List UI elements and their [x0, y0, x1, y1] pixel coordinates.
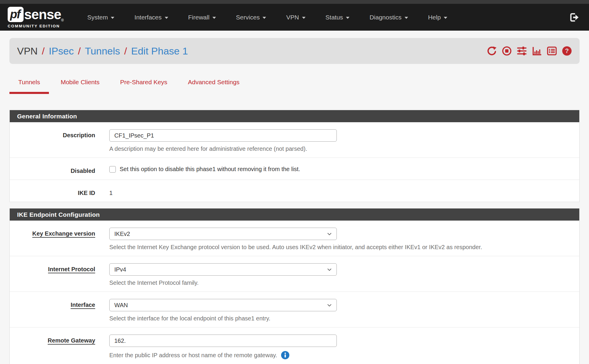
interface-label: Interface [10, 299, 95, 322]
internet-protocol-label: Internet Protocol [10, 263, 95, 286]
nav-item-label: Diagnostics [369, 14, 402, 21]
tab-bar: Tunnels Mobile Clients Pre-Shared Keys A… [9, 79, 580, 94]
disabled-row: Disabled Set this option to disable this… [10, 158, 579, 180]
nav-item-interfaces[interactable]: Interfaces [124, 14, 178, 21]
disabled-label: Disabled [10, 165, 95, 174]
tab-mobile-clients[interactable]: Mobile Clients [52, 79, 108, 94]
tab-tunnels[interactable]: Tunnels [9, 79, 49, 94]
description-row: Description A description may be entered… [10, 122, 579, 158]
description-help: A description may be entered here for ad… [109, 145, 337, 152]
page-action-icons: ? [487, 46, 572, 56]
remote-gateway-help: Enter the public IP address or host name… [109, 351, 337, 360]
key-exchange-version-select[interactable]: IKEv2 [109, 228, 337, 240]
internet-protocol-help: Select the Internet Protocol family. [109, 279, 337, 286]
remote-gateway-row: Remote Gateway Enter the public IP addre… [10, 327, 579, 364]
bar-chart-icon[interactable] [532, 46, 542, 56]
breadcrumb-separator: / [124, 45, 127, 57]
interface-row: Interface WAN Select the interface for t… [10, 292, 579, 327]
chevron-down-icon [212, 17, 216, 19]
list-icon[interactable] [547, 46, 557, 56]
section-title-general-information: General Information [10, 110, 579, 122]
nav-item-label: Status [326, 14, 343, 21]
refresh-icon[interactable] [487, 46, 497, 56]
nav-item-vpn[interactable]: VPN [276, 14, 315, 21]
breadcrumb-link-edit-phase-1[interactable]: Edit Phase 1 [131, 45, 188, 57]
sign-out-icon[interactable] [569, 12, 579, 22]
description-label: Description [10, 129, 95, 152]
nav-item-system[interactable]: System [77, 14, 124, 21]
main-navbar: pf sense® COMMUNITY EDITION System Inter… [0, 4, 589, 31]
ike-endpoint-configuration-section: IKE Endpoint Configuration Key Exchange … [9, 208, 580, 364]
nav-item-services[interactable]: Services [226, 14, 276, 21]
chevron-down-icon [165, 17, 168, 19]
interface-value: WAN [114, 302, 128, 309]
pfsense-logo[interactable]: pf sense® COMMUNITY EDITION [8, 6, 64, 28]
brand-name: sense® [24, 6, 64, 22]
internet-protocol-value: IPv4 [114, 266, 126, 273]
chevron-down-icon [326, 230, 333, 237]
breadcrumb-bar: VPN / IPsec / Tunnels / Edit Phase 1 [9, 38, 580, 64]
nav-item-diagnostics[interactable]: Diagnostics [359, 14, 418, 21]
breadcrumb-link-ipsec[interactable]: IPsec [49, 45, 74, 57]
key-exchange-version-label: Key Exchange version [10, 228, 95, 251]
ike-id-value: 1 [109, 187, 113, 196]
key-exchange-version-value: IKEv2 [114, 231, 130, 237]
chevron-down-icon [326, 266, 333, 273]
internet-protocol-select[interactable]: IPv4 [109, 263, 337, 276]
nav-menu: System Interfaces Firewall Services VPN … [77, 14, 457, 21]
nav-item-label: Help [428, 14, 441, 21]
chevron-down-icon [444, 17, 447, 19]
nav-item-label: Firewall [188, 14, 209, 21]
key-exchange-version-help: Select the Internet Key Exchange protoco… [109, 244, 482, 251]
key-exchange-version-row: Key Exchange version IKEv2 Select the In… [10, 221, 579, 256]
pf-logo-box: pf [8, 7, 24, 22]
chevron-down-icon [302, 17, 306, 19]
interface-help: Select the interface for the local endpo… [109, 315, 337, 322]
tab-advanced-settings[interactable]: Advanced Settings [179, 79, 248, 94]
remote-gateway-label: Remote Gateway [10, 335, 95, 360]
breadcrumb: VPN / IPsec / Tunnels / Edit Phase 1 [17, 45, 188, 57]
svg-text:?: ? [565, 47, 569, 54]
help-icon[interactable]: ? [562, 46, 572, 56]
nav-item-firewall[interactable]: Firewall [178, 14, 226, 21]
breadcrumb-separator: / [42, 45, 44, 57]
chevron-down-icon [111, 17, 114, 19]
disabled-checkbox-label[interactable]: Set this option to disable this phase1 w… [120, 166, 300, 173]
chevron-down-icon [405, 17, 408, 19]
section-title-ike-endpoint-configuration: IKE Endpoint Configuration [10, 209, 579, 221]
nav-item-label: VPN [286, 14, 299, 21]
nav-item-label: Interfaces [134, 14, 161, 21]
stop-icon[interactable] [502, 46, 512, 56]
ike-id-row: IKE ID 1 [10, 180, 579, 202]
interface-select[interactable]: WAN [109, 299, 337, 311]
general-information-section: General Information Description A descri… [9, 110, 580, 202]
brand-subtitle: COMMUNITY EDITION [8, 24, 64, 28]
ike-id-label: IKE ID [10, 187, 95, 196]
sliders-icon[interactable] [517, 46, 527, 56]
chevron-down-icon [263, 17, 266, 19]
chevron-down-icon [326, 302, 333, 309]
info-icon[interactable] [281, 351, 290, 360]
registered-mark: ® [61, 18, 64, 22]
nav-item-label: System [87, 14, 108, 21]
nav-item-help[interactable]: Help [418, 14, 457, 21]
remote-gateway-input[interactable] [109, 335, 337, 347]
breadcrumb-link-tunnels[interactable]: Tunnels [85, 45, 120, 57]
nav-item-label: Services [236, 14, 260, 21]
chevron-down-icon [346, 17, 349, 19]
breadcrumb-current: VPN [17, 45, 38, 57]
nav-item-status[interactable]: Status [316, 14, 360, 21]
internet-protocol-row: Internet Protocol IPv4 Select the Intern… [10, 256, 579, 292]
disabled-checkbox[interactable] [109, 166, 116, 173]
description-input[interactable] [109, 129, 337, 142]
breadcrumb-separator: / [78, 45, 80, 57]
tab-pre-shared-keys[interactable]: Pre-Shared Keys [111, 79, 176, 94]
window-top-strip [0, 0, 589, 4]
